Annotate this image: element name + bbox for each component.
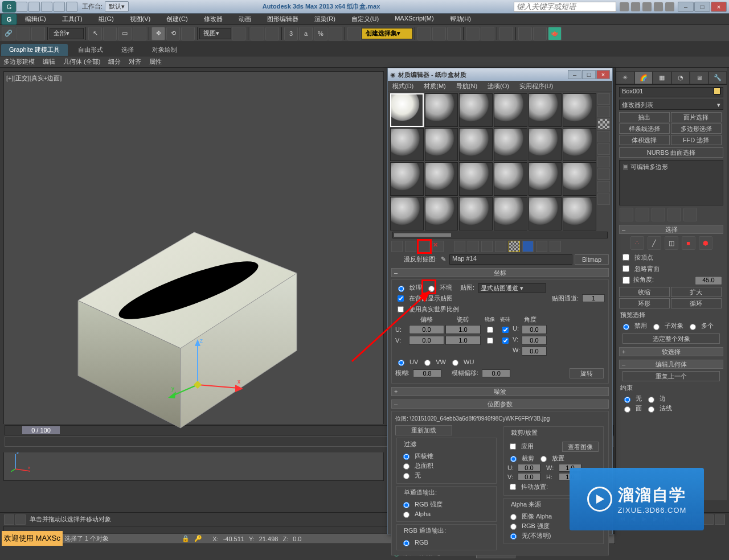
ck-apply[interactable] <box>510 443 516 450</box>
snap3-icon[interactable]: 3 <box>284 27 298 40</box>
puttolib-icon[interactable] <box>481 241 493 252</box>
show-icon[interactable] <box>636 208 649 221</box>
slot-24[interactable] <box>563 197 596 230</box>
slot-5[interactable] <box>529 93 562 127</box>
app-icon[interactable]: G <box>2 1 16 13</box>
sample-scrollbar[interactable] <box>392 232 608 238</box>
maximize-button[interactable]: □ <box>694 2 710 12</box>
bitmap-path[interactable]: 位图: \20151020_64ebb3a6d8f6f8946f98CyWKF6… <box>394 414 606 424</box>
slot-9[interactable] <box>459 128 493 162</box>
matdlg-max-button[interactable]: □ <box>582 70 596 79</box>
sample-uv-icon[interactable] <box>597 131 610 142</box>
slot-12[interactable] <box>563 128 596 162</box>
radio-vw[interactable] <box>424 360 431 366</box>
link-icon[interactable]: 🔗 <box>2 27 15 40</box>
slot-23[interactable] <box>529 197 562 230</box>
isolate-icon[interactable] <box>15 514 26 525</box>
slot-11[interactable] <box>529 128 562 162</box>
r-rgbint[interactable] <box>403 502 409 508</box>
manip-icon[interactable] <box>251 27 264 40</box>
tab-display-icon[interactable]: 🖥 <box>690 71 708 84</box>
spsnap-icon[interactable] <box>329 27 342 40</box>
sr-props[interactable]: 属性 <box>149 57 162 66</box>
tab-utils-icon[interactable]: 🔧 <box>708 71 727 84</box>
mapchan-spinner[interactable]: 1 <box>582 294 605 302</box>
tab-motion-icon[interactable]: ◔ <box>671 71 690 84</box>
radio-env[interactable] <box>428 286 435 292</box>
view-button[interactable]: 查看图像 <box>562 442 599 452</box>
v-offset[interactable]: 0.0 <box>409 336 444 345</box>
mod-ffd[interactable]: FFD 选择 <box>671 135 722 145</box>
r-img[interactable] <box>510 514 517 520</box>
ti3-icon[interactable] <box>642 2 652 11</box>
psnap-icon[interactable]: % <box>314 27 327 40</box>
time-thumb[interactable]: 0 / 100 <box>22 426 60 434</box>
loop-button[interactable]: 循环 <box>671 298 722 308</box>
ck-angle[interactable] <box>622 277 630 284</box>
radio-uv[interactable] <box>398 360 404 366</box>
slot-8[interactable] <box>425 128 458 162</box>
sr-geom[interactable]: 几何体 (全部) <box>63 57 100 66</box>
tab-hierarchy-icon[interactable]: ▦ <box>653 71 671 84</box>
c-face[interactable] <box>624 406 630 413</box>
menu-animation[interactable]: 动画 <box>231 14 259 24</box>
v-tile-ck[interactable] <box>502 337 509 344</box>
mod-patch[interactable]: 面片选择 <box>671 112 722 122</box>
u-angle[interactable]: 0.0 <box>522 325 547 334</box>
matdlg-min-button[interactable]: – <box>568 70 581 79</box>
tab-freeform[interactable]: 自由形式 <box>70 44 111 56</box>
ring-button[interactable]: 环形 <box>619 298 670 308</box>
tab-modify-icon[interactable]: 🌈 <box>634 71 653 84</box>
u-offset[interactable]: 0.0 <box>409 325 444 334</box>
viewport[interactable]: [+][正交][真实+边面] z y x z x <box>3 71 384 481</box>
crop-v[interactable]: 0.0 <box>518 473 540 481</box>
close-button[interactable]: × <box>711 2 727 12</box>
slot-20[interactable] <box>425 197 458 230</box>
sr-polymodel[interactable]: 多边形建模 <box>3 57 35 66</box>
crop-u[interactable]: 0.0 <box>518 464 540 472</box>
qat-undo-icon[interactable] <box>54 2 65 12</box>
keymode-icon[interactable] <box>265 27 279 40</box>
rotate-button[interactable]: 旋转 <box>570 368 604 378</box>
r-sat[interactable] <box>403 463 409 470</box>
sample-sphere-icon[interactable] <box>597 93 610 105</box>
mod-vol[interactable]: 体积选择 <box>619 135 670 145</box>
mod-spline[interactable]: 样条线选择 <box>619 123 670 134</box>
filter-all-dropdown[interactable]: 全部 ▾ <box>50 28 84 39</box>
menu-render[interactable]: 渲染(R) <box>306 14 343 24</box>
asnap-icon[interactable]: a <box>299 27 313 40</box>
videocheck-icon[interactable] <box>597 143 610 155</box>
getmat-icon[interactable] <box>391 241 403 252</box>
sr-align[interactable]: 对齐 <box>129 57 141 66</box>
tab-create-icon[interactable]: ✳ <box>616 71 634 84</box>
r-none3[interactable] <box>510 533 517 540</box>
menu-tools[interactable]: 工具(T) <box>54 14 91 24</box>
r-place[interactable] <box>540 456 547 462</box>
makeunique-icon[interactable] <box>468 241 479 252</box>
backlight-icon[interactable] <box>597 106 610 117</box>
assign-icon[interactable] <box>419 241 430 252</box>
r-rgb[interactable] <box>403 540 409 546</box>
bluroff-spinner[interactable]: 0.0 <box>482 369 510 377</box>
coord-z[interactable]: 0.0 <box>293 536 301 542</box>
slot-21[interactable] <box>459 197 493 230</box>
slot-1[interactable] <box>390 93 424 127</box>
workspace-dropdown[interactable]: 默认 ▾ <box>105 1 129 12</box>
goparent-icon[interactable] <box>536 241 547 252</box>
bind-icon[interactable] <box>31 27 45 40</box>
subv-icon[interactable]: ∴ <box>630 236 644 250</box>
scale-icon[interactable] <box>181 27 195 40</box>
delete-icon[interactable]: ✕ <box>432 241 444 252</box>
r-pyramid[interactable] <box>403 454 409 460</box>
nav-zoomext-icon[interactable] <box>703 514 714 525</box>
ref-dropdown[interactable]: 视图 ▾ <box>199 28 231 39</box>
menu-maxscript[interactable]: MAXScript(M) <box>387 14 441 24</box>
slot-2[interactable] <box>425 93 458 127</box>
preview-icon[interactable] <box>597 156 610 167</box>
slot-13[interactable] <box>390 162 424 196</box>
script-icon[interactable] <box>4 514 14 525</box>
selwhole-button[interactable]: 选定整个对象 <box>622 333 720 344</box>
r-crop[interactable] <box>510 456 517 462</box>
subel-icon[interactable]: ⬢ <box>699 236 712 250</box>
matmenu-nav[interactable]: 导航(N) <box>455 81 478 92</box>
